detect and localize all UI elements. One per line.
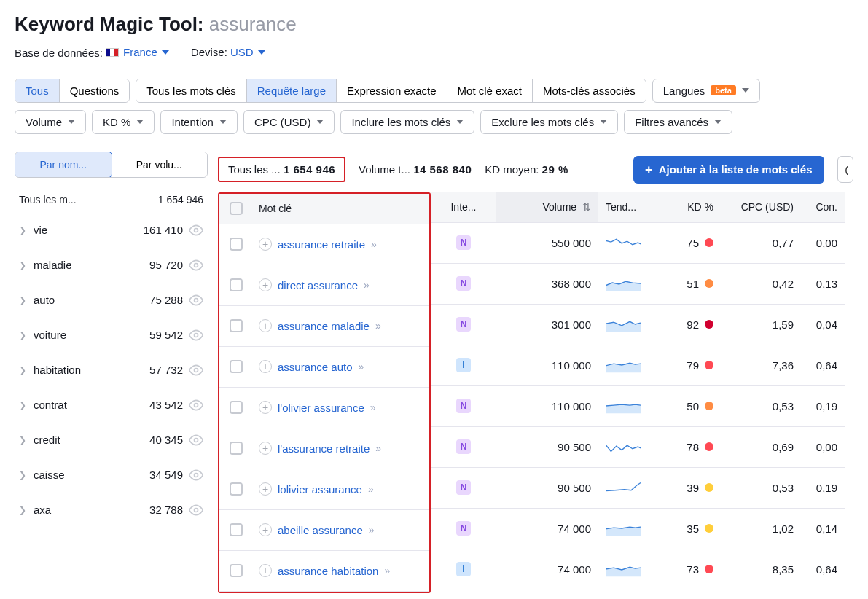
- row-checkbox[interactable]: [230, 564, 243, 577]
- double-chevron-icon[interactable]: »: [375, 442, 379, 454]
- double-chevron-icon[interactable]: »: [384, 565, 388, 576]
- eye-icon[interactable]: [189, 223, 203, 238]
- sidebar-item[interactable]: ❯caisse34 549: [15, 458, 208, 493]
- double-chevron-icon[interactable]: »: [375, 320, 379, 332]
- trend-sparkline: [606, 398, 641, 414]
- keyword-link[interactable]: assurance habitation: [278, 565, 378, 577]
- sidebar-item-name: maladie: [29, 259, 132, 271]
- expand-icon[interactable]: +: [259, 238, 272, 251]
- keyword-column-highlighted: Mot clé +assurance retraite»+direct assu…: [218, 192, 431, 593]
- row-checkbox[interactable]: [230, 523, 243, 536]
- row-checkbox[interactable]: [230, 238, 243, 251]
- settings-button[interactable]: (: [837, 156, 853, 183]
- keyword-link[interactable]: lolivier assurance: [278, 483, 362, 496]
- sidebar-item-name: vie: [29, 224, 132, 236]
- col-header-trend[interactable]: Tend...: [598, 192, 648, 222]
- double-chevron-icon[interactable]: »: [359, 361, 362, 372]
- sidebar-item[interactable]: ❯vie161 410: [15, 213, 208, 248]
- kd-dot-icon: [705, 279, 713, 288]
- col-header-volume[interactable]: Volume ⇅: [496, 192, 598, 222]
- sidebar-item[interactable]: ❯maladie95 720: [15, 248, 208, 283]
- keyword-link[interactable]: assurance retraite: [278, 238, 365, 251]
- tab-related[interactable]: Mots-clés associés: [533, 79, 646, 102]
- tab-all-keywords[interactable]: Tous les mots clés: [136, 79, 247, 102]
- expand-icon[interactable]: +: [259, 360, 272, 373]
- sidebar-item[interactable]: ❯credit40 345: [15, 423, 208, 458]
- row-checkbox[interactable]: [230, 442, 243, 455]
- expand-icon[interactable]: +: [259, 278, 272, 291]
- kd-cell: 75: [648, 223, 721, 263]
- filter-intent[interactable]: Intention: [160, 110, 238, 134]
- eye-icon[interactable]: [189, 258, 203, 273]
- tab-broad-match[interactable]: Requête large: [247, 79, 337, 102]
- filter-cpc[interactable]: CPC (USD): [243, 110, 335, 134]
- volume-cell: 110 000: [496, 386, 598, 426]
- row-checkbox[interactable]: [230, 360, 243, 373]
- sort-by-volume[interactable]: Par volu...: [112, 152, 208, 177]
- kd-dot-icon: [705, 320, 713, 329]
- keyword-link[interactable]: assurance maladie: [278, 320, 370, 332]
- double-chevron-icon[interactable]: »: [364, 279, 367, 291]
- filter-kd[interactable]: KD %: [92, 110, 155, 134]
- select-all-checkbox[interactable]: [230, 202, 243, 215]
- col-header-com[interactable]: Con.: [801, 192, 845, 222]
- eye-icon[interactable]: [189, 293, 203, 308]
- expand-icon[interactable]: +: [259, 319, 272, 332]
- filter-advanced[interactable]: Filtres avancés: [624, 110, 732, 134]
- double-chevron-icon[interactable]: »: [370, 402, 374, 413]
- double-chevron-icon[interactable]: »: [369, 524, 372, 536]
- keyword-link[interactable]: l'olivier assurance: [278, 402, 364, 414]
- row-checkbox[interactable]: [230, 319, 243, 332]
- svg-point-8: [195, 508, 198, 512]
- kd-dot-icon: [705, 524, 713, 533]
- eye-icon[interactable]: [189, 433, 203, 447]
- eye-icon[interactable]: [189, 503, 203, 517]
- sidebar-total-row[interactable]: Tous les m... 1 654 946: [15, 187, 208, 213]
- col-header-kd[interactable]: KD %: [648, 192, 721, 222]
- filter-exclude[interactable]: Exclure les mots clés: [480, 110, 618, 134]
- tab-tous[interactable]: Tous: [15, 79, 60, 102]
- expand-icon[interactable]: +: [259, 442, 272, 455]
- sidebar-item[interactable]: ❯auto75 288: [15, 283, 208, 318]
- row-checkbox[interactable]: [230, 278, 243, 291]
- sidebar-item[interactable]: ❯habitation57 732: [15, 353, 208, 388]
- col-header-cpc[interactable]: CPC (USD): [721, 192, 801, 222]
- cpc-cell: 0,53: [721, 468, 801, 508]
- language-selector[interactable]: Langues beta: [652, 79, 760, 103]
- row-checkbox[interactable]: [230, 482, 243, 496]
- tab-phrase-match[interactable]: Expression exacte: [337, 79, 447, 102]
- sidebar-item[interactable]: ❯contrat43 542: [15, 388, 208, 423]
- kd-dot-icon: [705, 402, 713, 410]
- filter-volume[interactable]: Volume: [15, 110, 86, 134]
- chevron-right-icon: ❯: [19, 330, 29, 340]
- expand-icon[interactable]: +: [259, 482, 272, 496]
- eye-icon[interactable]: [189, 468, 203, 482]
- volume-cell: 110 000: [496, 345, 598, 385]
- database-selector[interactable]: Base de données: France: [15, 46, 169, 59]
- double-chevron-icon[interactable]: »: [371, 238, 375, 250]
- currency-selector[interactable]: Devise: USD: [191, 46, 265, 58]
- eye-icon[interactable]: [189, 398, 203, 412]
- keyword-link[interactable]: abeille assurance: [278, 524, 363, 536]
- col-header-intent[interactable]: Inte...: [431, 192, 496, 222]
- add-to-keyword-list-button[interactable]: + Ajouter à la liste de mots clés: [633, 156, 824, 184]
- intent-badge: N: [456, 317, 471, 332]
- double-chevron-icon[interactable]: »: [368, 483, 372, 495]
- eye-icon[interactable]: [189, 328, 203, 342]
- eye-icon[interactable]: [189, 363, 203, 377]
- tab-exact-match[interactable]: Mot clé exact: [447, 79, 533, 102]
- expand-icon[interactable]: +: [259, 564, 272, 577]
- expand-icon[interactable]: +: [259, 523, 272, 536]
- keyword-link[interactable]: direct assurance: [278, 279, 358, 291]
- col-header-keyword[interactable]: Mot clé: [253, 194, 429, 224]
- sort-by-name[interactable]: Par nom...: [15, 152, 112, 178]
- keyword-link[interactable]: l'assurance retraite: [278, 442, 370, 455]
- row-checkbox[interactable]: [230, 401, 243, 414]
- keyword-link[interactable]: assurance auto: [278, 361, 353, 373]
- sidebar-item[interactable]: ❯voiture59 542: [15, 318, 208, 353]
- filter-include[interactable]: Inclure les mots clés: [340, 110, 474, 134]
- tab-questions[interactable]: Questions: [60, 79, 130, 102]
- expand-icon[interactable]: +: [259, 401, 272, 414]
- sidebar-item[interactable]: ❯axa32 788: [15, 493, 208, 528]
- kd-cell: 39: [648, 468, 721, 508]
